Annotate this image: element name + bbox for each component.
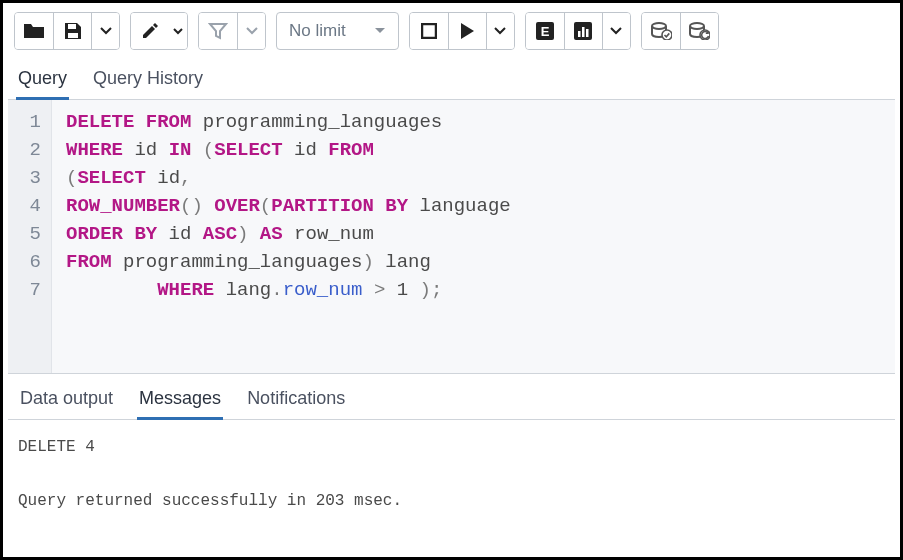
- stop-icon: [421, 23, 437, 39]
- chart-icon: [573, 21, 593, 41]
- filter-dropdown[interactable]: [237, 13, 265, 49]
- chevron-down-icon: [100, 27, 112, 35]
- output-tabs: Data output Messages Notifications: [8, 374, 895, 420]
- run-group: [409, 12, 515, 50]
- tab-data-output[interactable]: Data output: [18, 384, 115, 419]
- message-line: DELETE 4: [18, 434, 885, 461]
- row-limit-label: No limit: [289, 21, 346, 41]
- line-number: 3: [14, 164, 41, 192]
- rollback-button[interactable]: [680, 13, 718, 49]
- edit-button[interactable]: [131, 13, 169, 49]
- transaction-group: [641, 12, 719, 50]
- chevron-down-icon: [494, 27, 506, 35]
- analyze-dropdown[interactable]: [602, 13, 630, 49]
- editor-tabs: Query Query History: [8, 56, 895, 100]
- db-commit-icon: [650, 22, 672, 40]
- edit-dropdown[interactable]: [169, 13, 187, 49]
- tab-query-history[interactable]: Query History: [91, 64, 205, 99]
- chevron-down-icon: [173, 28, 183, 35]
- sql-editor[interactable]: 1 2 3 4 5 6 7 DELETE FROM programming_la…: [8, 100, 895, 374]
- svg-rect-0: [68, 24, 76, 29]
- commit-button[interactable]: [642, 13, 680, 49]
- save-icon: [63, 21, 83, 41]
- svg-rect-1: [68, 33, 78, 38]
- line-number: 5: [14, 220, 41, 248]
- db-rollback-icon: [688, 22, 710, 40]
- open-file-button[interactable]: [15, 13, 53, 49]
- svg-point-11: [690, 23, 704, 29]
- file-group: [14, 12, 120, 50]
- analyze-button[interactable]: [564, 13, 602, 49]
- line-gutter: 1 2 3 4 5 6 7: [8, 100, 52, 373]
- save-button[interactable]: [53, 13, 91, 49]
- edit-group: [130, 12, 188, 50]
- folder-icon: [23, 22, 45, 40]
- pencil-icon: [140, 21, 160, 41]
- svg-rect-7: [582, 27, 585, 37]
- line-number: 7: [14, 276, 41, 304]
- filter-group: [198, 12, 266, 50]
- caret-down-icon: [374, 26, 386, 36]
- funnel-icon: [208, 22, 228, 40]
- explain-button[interactable]: E: [526, 13, 564, 49]
- filter-button[interactable]: [199, 13, 237, 49]
- messages-pane: DELETE 4 Query returned successfully in …: [8, 420, 895, 530]
- svg-point-9: [652, 23, 666, 29]
- message-line: Query returned successfully in 203 msec.: [18, 488, 885, 515]
- execute-button[interactable]: [448, 13, 486, 49]
- toolbar: No limit E: [8, 8, 895, 56]
- line-number: 4: [14, 192, 41, 220]
- tab-messages[interactable]: Messages: [137, 384, 223, 420]
- svg-rect-6: [578, 31, 581, 37]
- row-limit-select[interactable]: No limit: [276, 12, 399, 50]
- svg-text:E: E: [540, 24, 549, 39]
- chevron-down-icon: [610, 27, 622, 35]
- explain-icon: E: [535, 21, 555, 41]
- code-area[interactable]: DELETE FROM programming_languages WHERE …: [52, 100, 525, 373]
- chevron-down-icon: [246, 27, 258, 35]
- line-number: 6: [14, 248, 41, 276]
- svg-rect-8: [586, 29, 589, 37]
- svg-rect-2: [422, 24, 436, 38]
- save-dropdown[interactable]: [91, 13, 119, 49]
- tab-query[interactable]: Query: [16, 64, 69, 100]
- line-number: 2: [14, 136, 41, 164]
- explain-group: E: [525, 12, 631, 50]
- play-icon: [459, 22, 475, 40]
- line-number: 1: [14, 108, 41, 136]
- execute-dropdown[interactable]: [486, 13, 514, 49]
- stop-button[interactable]: [410, 13, 448, 49]
- tab-notifications[interactable]: Notifications: [245, 384, 347, 419]
